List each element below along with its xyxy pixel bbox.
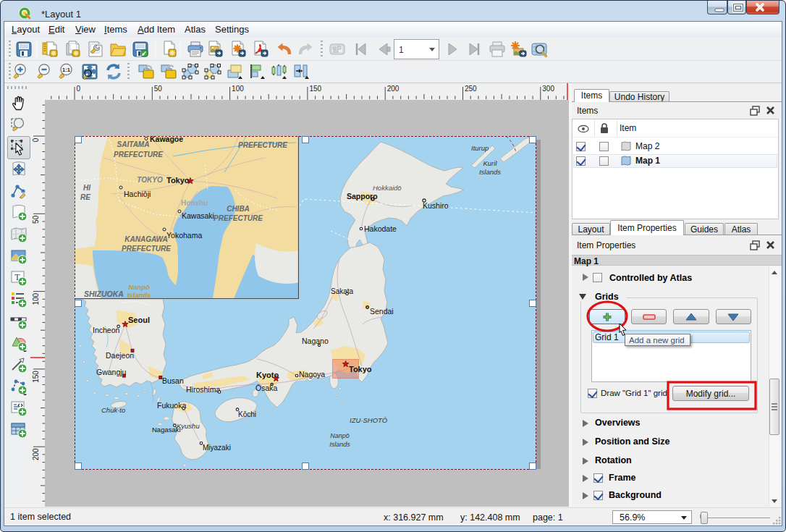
svg-text:150: 150 <box>309 85 321 93</box>
svg-text:250: 250 <box>465 85 477 93</box>
svg-text:1:1: 1:1 <box>62 67 70 73</box>
svg-text:50: 50 <box>32 215 40 224</box>
svg-text:50: 50 <box>154 85 163 93</box>
svg-text:300: 300 <box>542 85 554 93</box>
svg-text:100: 100 <box>232 85 244 93</box>
svg-text:0: 0 <box>77 85 81 93</box>
svg-text:100: 100 <box>32 292 40 305</box>
svg-text:200: 200 <box>32 448 40 460</box>
svg-text:0: 0 <box>32 138 40 142</box>
svg-text:200: 200 <box>387 85 400 93</box>
svg-text:150: 150 <box>32 371 40 383</box>
